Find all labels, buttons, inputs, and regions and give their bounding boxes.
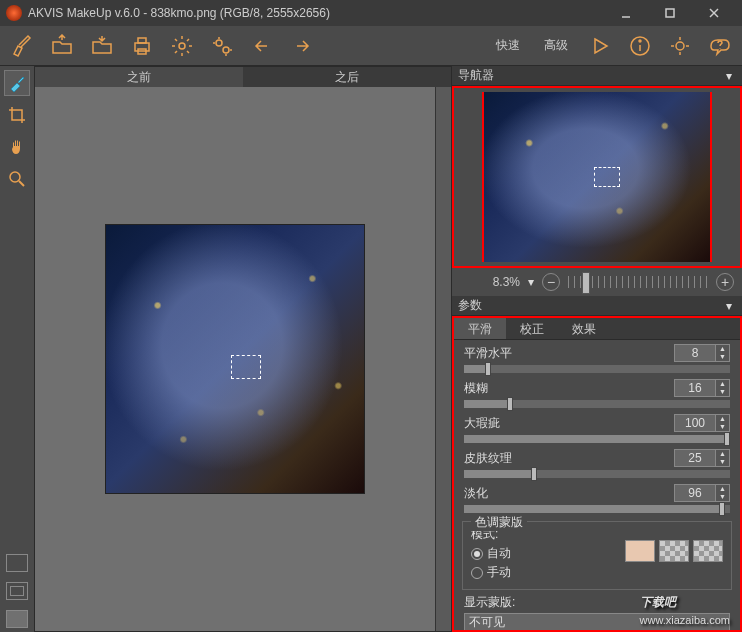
svg-point-9: [223, 47, 229, 53]
run-play-icon[interactable]: [586, 32, 614, 60]
spin-down-icon[interactable]: ▼: [715, 388, 729, 396]
radio-manual[interactable]: 手动: [471, 564, 723, 581]
spin-down-icon[interactable]: ▼: [715, 353, 729, 361]
fade-label: 淡化: [464, 485, 674, 502]
svg-point-13: [676, 42, 684, 50]
large-defect-spinner[interactable]: 100▲▼: [674, 414, 730, 432]
spin-up-icon[interactable]: ▲: [715, 380, 729, 388]
zoom-slider[interactable]: [568, 276, 708, 288]
params-header: 参数 ▾: [452, 296, 742, 316]
spin-down-icon[interactable]: ▼: [715, 493, 729, 501]
show-mask-select[interactable]: 不可见: [464, 613, 730, 631]
swatch-skin[interactable]: [625, 540, 655, 562]
spin-down-icon[interactable]: ▼: [715, 423, 729, 431]
app-logo-icon: [6, 5, 22, 21]
window-title: AKVIS MakeUp v.6.0 - 838kmo.png (RGB/8, …: [28, 6, 604, 20]
smooth-level-label: 平滑水平: [464, 345, 674, 362]
close-button[interactable]: [692, 0, 736, 26]
svg-rect-1: [666, 9, 674, 17]
large-defect-label: 大瑕疵: [464, 415, 674, 432]
crop-tool-icon[interactable]: [4, 102, 30, 128]
view-mode-box-1[interactable]: [6, 554, 28, 572]
tone-mask-legend: 色调蒙版: [471, 514, 527, 531]
redo-arrow-icon[interactable]: [288, 32, 316, 60]
tone-mask-group: 色调蒙版 模式: 自动 手动: [462, 521, 732, 590]
view-mode-box-2[interactable]: [6, 582, 28, 600]
image-preview: [105, 224, 365, 494]
vertical-scrollbar[interactable]: [435, 87, 451, 631]
params-body: 平滑 校正 效果 平滑水平 8▲▼ 模糊 16▲▼: [452, 316, 742, 632]
titlebar: AKVIS MakeUp v.6.0 - 838kmo.png (RGB/8, …: [0, 0, 742, 26]
collapse-icon[interactable]: ▾: [722, 69, 736, 83]
zoom-row: 8.3% ▾ − +: [452, 268, 742, 296]
zoom-tool-icon[interactable]: [4, 166, 30, 192]
preferences-gear-icon[interactable]: [666, 32, 694, 60]
tab-smooth[interactable]: 平滑: [454, 318, 506, 339]
minimize-button[interactable]: [604, 0, 648, 26]
maximize-button[interactable]: [648, 0, 692, 26]
svg-line-15: [19, 181, 24, 186]
blur-slider[interactable]: [464, 400, 730, 408]
tab-before[interactable]: 之前: [35, 67, 243, 87]
hand-tool-icon[interactable]: [4, 134, 30, 160]
navigator-header: 导航器 ▾: [452, 66, 742, 86]
swatch-checker-2[interactable]: [693, 540, 723, 562]
view-mode-box-3[interactable]: [6, 610, 28, 628]
spin-up-icon[interactable]: ▲: [715, 485, 729, 493]
left-toolbar: [0, 66, 34, 632]
canvas-panel: 之前 之后: [34, 66, 452, 632]
fade-spinner[interactable]: 96▲▼: [674, 484, 730, 502]
params-title: 参数: [458, 297, 722, 314]
tab-correct[interactable]: 校正: [506, 318, 558, 339]
smooth-level-slider[interactable]: [464, 365, 730, 373]
show-mask-label: 显示蒙版:: [464, 594, 730, 611]
param-fade: 淡化 96▲▼: [454, 480, 740, 515]
zoom-dropdown-icon[interactable]: ▾: [528, 275, 534, 289]
navigator-image[interactable]: [482, 92, 712, 262]
help-icon[interactable]: [706, 32, 734, 60]
svg-point-8: [216, 40, 222, 46]
fade-slider[interactable]: [464, 505, 730, 513]
spin-up-icon[interactable]: ▲: [715, 345, 729, 353]
tab-effect[interactable]: 效果: [558, 318, 610, 339]
info-icon[interactable]: [626, 32, 654, 60]
swatch-checker-1[interactable]: [659, 540, 689, 562]
selection-marquee[interactable]: [231, 355, 261, 379]
zoom-value[interactable]: 8.3%: [460, 275, 520, 289]
brush-tool-icon[interactable]: [8, 32, 36, 60]
skin-texture-slider[interactable]: [464, 470, 730, 478]
print-icon[interactable]: [128, 32, 156, 60]
param-skin-texture: 皮肤纹理 25▲▼: [454, 445, 740, 480]
batch-gear-icon[interactable]: [208, 32, 236, 60]
spin-up-icon[interactable]: ▲: [715, 415, 729, 423]
collapse-icon[interactable]: ▾: [722, 299, 736, 313]
blur-spinner[interactable]: 16▲▼: [674, 379, 730, 397]
quick-mode-button[interactable]: 快速: [490, 37, 526, 54]
navigator-panel: [452, 86, 742, 268]
navigator-viewport[interactable]: [594, 167, 620, 187]
svg-rect-4: [135, 43, 149, 51]
svg-point-11: [639, 40, 641, 42]
spin-up-icon[interactable]: ▲: [715, 450, 729, 458]
smooth-level-spinner[interactable]: 8▲▼: [674, 344, 730, 362]
svg-point-14: [10, 172, 20, 182]
show-mask-row: 显示蒙版: 不可见: [454, 590, 740, 632]
large-defect-slider[interactable]: [464, 435, 730, 443]
param-large-defect: 大瑕疵 100▲▼: [454, 410, 740, 445]
settings-gear-icon[interactable]: [168, 32, 196, 60]
advanced-mode-button[interactable]: 高级: [538, 37, 574, 54]
undo-arrow-icon[interactable]: [248, 32, 276, 60]
skin-texture-label: 皮肤纹理: [464, 450, 674, 467]
dropper-tool-icon[interactable]: [4, 70, 30, 96]
zoom-out-button[interactable]: −: [542, 273, 560, 291]
svg-point-7: [179, 43, 185, 49]
skin-texture-spinner[interactable]: 25▲▼: [674, 449, 730, 467]
param-smooth-level: 平滑水平 8▲▼: [454, 340, 740, 375]
tab-after[interactable]: 之后: [243, 67, 451, 87]
spin-down-icon[interactable]: ▼: [715, 458, 729, 466]
open-file-icon[interactable]: [48, 32, 76, 60]
zoom-in-button[interactable]: +: [716, 273, 734, 291]
canvas-area[interactable]: [35, 87, 435, 631]
save-file-icon[interactable]: [88, 32, 116, 60]
main-toolbar: 快速 高级: [0, 26, 742, 66]
